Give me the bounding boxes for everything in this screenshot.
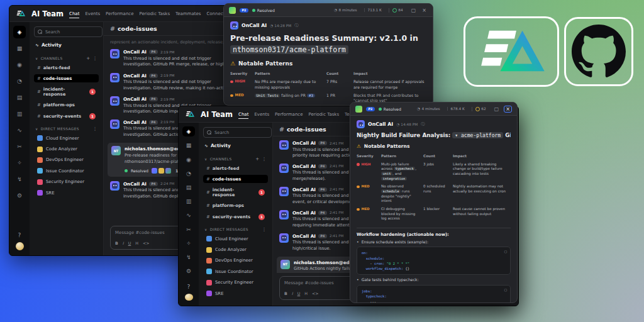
logs-icon[interactable]: ▤ bbox=[182, 182, 195, 192]
bold-button[interactable]: B bbox=[115, 241, 118, 245]
traces-icon[interactable]: ∿ bbox=[13, 124, 26, 136]
add-channel-icon[interactable]: + bbox=[255, 157, 259, 162]
close-icon[interactable]: × bbox=[504, 106, 512, 113]
info-icon[interactable]: ⓘ bbox=[294, 23, 298, 28]
activity-icon[interactable]: ↯ bbox=[13, 173, 26, 186]
tab-chat[interactable]: Chat bbox=[69, 9, 79, 18]
search-input[interactable] bbox=[214, 130, 268, 135]
info-icon[interactable]: ⓘ bbox=[421, 121, 425, 127]
code-button[interactable]: <> bbox=[143, 241, 150, 245]
anomalies-icon[interactable]: ✧ bbox=[182, 238, 195, 248]
sidebar-item-incident-response[interactable]: # incident-response 1 bbox=[34, 85, 99, 98]
dm-code-analyzer[interactable]: Code Analyzer bbox=[34, 145, 99, 153]
dms-menu-icon[interactable]: ⋮ bbox=[93, 126, 97, 131]
dms-section-header[interactable]: ∨ DIRECT MESSAGES ⋮ bbox=[34, 126, 99, 131]
close-icon[interactable]: × bbox=[421, 8, 428, 13]
insights-icon[interactable]: ◉ bbox=[13, 58, 26, 71]
dms-section-header[interactable]: ∨ DIRECT MESSAGES ⋮ bbox=[203, 227, 268, 232]
sidebar-item-security-events[interactable]: # security-events 1 bbox=[203, 212, 268, 221]
tab-periodic-tasks[interactable]: Periodic Tasks bbox=[308, 110, 339, 119]
sidebar-item-code-issues[interactable]: # code-issues bbox=[203, 175, 268, 183]
sidebar-item-platform-ops[interactable]: # platform-ops bbox=[203, 201, 268, 209]
bold-button[interactable]: B bbox=[284, 291, 287, 296]
dms-menu-icon[interactable]: ⋮ bbox=[262, 227, 267, 232]
score-stat: 84 bbox=[389, 8, 406, 13]
clock-icon: ◔ bbox=[417, 107, 420, 111]
underline-button[interactable]: U bbox=[297, 291, 301, 296]
help-icon[interactable]: ? bbox=[187, 284, 191, 290]
italic-button[interactable]: I bbox=[123, 241, 124, 245]
workflows-icon[interactable]: ◈ bbox=[182, 126, 195, 136]
user-avatar[interactable] bbox=[185, 294, 193, 301]
settings-icon[interactable]: ⚙ bbox=[13, 189, 26, 202]
expand-icon[interactable]: ▢ bbox=[410, 8, 418, 13]
sidebar-item-incident-response[interactable]: # incident-response 1 bbox=[203, 186, 268, 199]
monitors-icon[interactable]: ◔ bbox=[182, 169, 195, 179]
channels-section-header[interactable]: ∨ CHANNELS + ⋮ bbox=[203, 157, 268, 162]
tab-performance[interactable]: Performance bbox=[275, 110, 303, 119]
logs-icon[interactable]: ▤ bbox=[13, 91, 26, 104]
check-name-chip: Unit Tests bbox=[255, 94, 280, 97]
metrics-icon[interactable]: ▥ bbox=[182, 196, 195, 206]
underline-button[interactable]: U bbox=[128, 241, 131, 245]
copy-icon[interactable]: ▢ bbox=[504, 287, 507, 294]
dm-cloud-engineer[interactable]: Cloud Engineer bbox=[203, 235, 268, 243]
tab-teammates[interactable]: Teammates bbox=[175, 9, 201, 18]
pr-link[interactable]: #3 bbox=[307, 94, 315, 97]
copy-icon[interactable]: ▢ bbox=[504, 249, 507, 255]
code-button[interactable]: <> bbox=[312, 291, 319, 296]
dm-issue-coordinator[interactable]: Issue Coordinator bbox=[203, 267, 268, 275]
author-name: OnCall AI bbox=[292, 164, 316, 169]
workflows-icon[interactable]: ◈ bbox=[13, 26, 26, 38]
search-box[interactable] bbox=[34, 26, 103, 37]
dm-security-engineer[interactable]: Security Engineer bbox=[34, 178, 99, 186]
channels-menu-icon[interactable]: ⋮ bbox=[262, 157, 267, 162]
sidebar-item-activity[interactable]: ∿ Activity bbox=[203, 140, 268, 151]
anomalies-icon[interactable]: ✧ bbox=[13, 157, 26, 169]
monitors-icon[interactable]: ◔ bbox=[13, 75, 26, 87]
search-input[interactable] bbox=[45, 30, 99, 35]
italic-button[interactable]: I bbox=[292, 291, 293, 296]
tab-events[interactable]: Events bbox=[254, 110, 269, 119]
heading-button[interactable]: H bbox=[304, 291, 308, 296]
sidebar-item-activity[interactable]: ∿ Activity bbox=[34, 40, 99, 50]
activity-icon[interactable]: ↯ bbox=[182, 252, 195, 262]
metrics-icon[interactable]: ▥ bbox=[13, 108, 26, 120]
clock-icon: ◔ bbox=[270, 24, 273, 28]
repo-chip[interactable]: ▾ acme-platform bbox=[452, 132, 503, 138]
settings-icon[interactable]: ⚙ bbox=[182, 266, 195, 276]
traces-icon[interactable]: ∿ bbox=[182, 210, 195, 220]
pipelines-icon[interactable]: ✂ bbox=[13, 140, 26, 153]
dm-code-analyzer[interactable]: Code Analyzer bbox=[203, 245, 268, 253]
dm-devops-engineer[interactable]: DevOps Engineer bbox=[34, 156, 99, 164]
dm-avatar bbox=[37, 157, 43, 163]
dashboards-icon[interactable]: ▦ bbox=[182, 140, 195, 150]
channels-section-header[interactable]: ∨ CHANNELS + ⋮ bbox=[34, 56, 99, 61]
add-channel-icon[interactable]: + bbox=[86, 56, 90, 61]
dashboards-icon[interactable]: ▦ bbox=[13, 42, 26, 55]
user-avatar[interactable] bbox=[16, 242, 24, 250]
help-icon[interactable]: ? bbox=[18, 232, 21, 238]
tab-performance[interactable]: Performance bbox=[106, 9, 133, 18]
sidebar-item-alerts-feed[interactable]: # alerts-feed bbox=[203, 164, 268, 172]
pipelines-icon[interactable]: ✂ bbox=[182, 225, 195, 235]
insights-icon[interactable]: ◉ bbox=[182, 154, 195, 164]
sidebar-item-code-issues[interactable]: # code-issues bbox=[34, 74, 99, 82]
channels-menu-icon[interactable]: ⋮ bbox=[93, 56, 97, 61]
dm-cloud-engineer[interactable]: Cloud Engineer bbox=[34, 134, 99, 142]
channels-label: CHANNELS bbox=[210, 157, 232, 161]
dm-sre[interactable]: SRE bbox=[203, 289, 268, 297]
sidebar-item-platform-ops[interactable]: # platform-ops bbox=[34, 101, 99, 109]
dm-issue-coordinator[interactable]: Issue Coordinator bbox=[34, 167, 99, 175]
tab-chat[interactable]: Chat bbox=[238, 110, 248, 119]
dm-sre[interactable]: SRE bbox=[34, 189, 99, 197]
search-box[interactable] bbox=[203, 127, 272, 138]
tab-events[interactable]: Events bbox=[85, 9, 100, 18]
dm-devops-engineer[interactable]: DevOps Engineer bbox=[203, 257, 268, 265]
heading-button[interactable]: H bbox=[135, 241, 138, 245]
sidebar-item-alerts-feed[interactable]: # alerts-feed bbox=[34, 64, 99, 72]
tab-periodic-tasks[interactable]: Periodic Tasks bbox=[139, 9, 170, 18]
expand-icon[interactable]: ▢ bbox=[493, 106, 501, 112]
dm-security-engineer[interactable]: Security Engineer bbox=[203, 279, 268, 287]
sidebar-item-security-events[interactable]: # security-events 1 bbox=[34, 111, 99, 121]
